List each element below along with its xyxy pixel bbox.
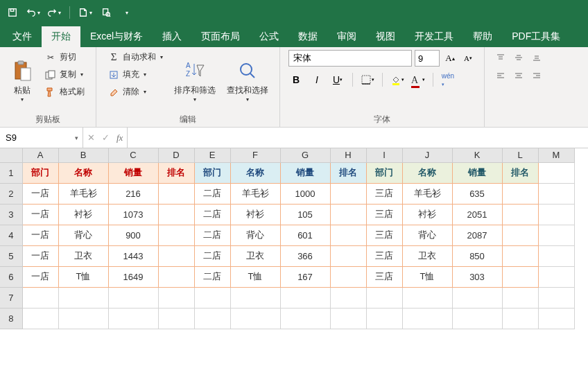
row-header[interactable]: 7 <box>0 287 22 308</box>
cell[interactable]: 1000 <box>280 183 330 204</box>
cell[interactable] <box>22 308 58 329</box>
cell[interactable]: 销量 <box>280 162 330 183</box>
cell[interactable] <box>194 287 230 308</box>
row-header[interactable]: 5 <box>0 245 22 266</box>
tab-data[interactable]: 数据 <box>288 26 327 47</box>
row-header[interactable]: 1 <box>0 162 22 183</box>
cell[interactable]: 850 <box>452 245 502 266</box>
cell[interactable]: T恤 <box>402 266 452 287</box>
cell[interactable] <box>366 287 402 308</box>
fx-icon[interactable]: fx <box>116 132 123 144</box>
align-right-icon[interactable] <box>529 68 544 83</box>
formula-input[interactable] <box>128 128 588 148</box>
border-button[interactable]: ▾ <box>360 72 375 87</box>
cell[interactable] <box>230 308 280 329</box>
tab-excel-finance[interactable]: Excel与财务 <box>80 26 153 47</box>
col-header[interactable]: K <box>452 148 502 162</box>
redo-icon[interactable]: ▾ <box>47 6 61 19</box>
copy-button[interactable]: 复制▾ <box>42 67 87 82</box>
cell[interactable] <box>452 287 502 308</box>
cell[interactable] <box>330 225 366 245</box>
cell[interactable] <box>158 287 194 308</box>
col-header[interactable]: I <box>366 148 402 162</box>
cancel-icon[interactable]: ✕ <box>87 132 95 143</box>
autosum-button[interactable]: Σ自动求和▾ <box>105 50 166 64</box>
tab-page-layout[interactable]: 页面布局 <box>191 26 250 47</box>
tab-view[interactable]: 视图 <box>366 26 405 47</box>
find-select-button[interactable]: 查找和选择▾ <box>224 50 271 111</box>
col-header[interactable]: E <box>194 148 230 162</box>
col-header[interactable]: B <box>58 148 108 162</box>
cell[interactable]: 三店 <box>366 183 402 204</box>
cell[interactable] <box>502 204 538 225</box>
cell[interactable] <box>194 308 230 329</box>
cell[interactable]: 2087 <box>452 225 502 245</box>
cell[interactable] <box>452 308 502 329</box>
cell[interactable]: 一店 <box>22 225 58 245</box>
cell[interactable]: 排名 <box>502 162 538 183</box>
cell[interactable]: 二店 <box>194 266 230 287</box>
undo-icon[interactable]: ▾ <box>26 6 40 19</box>
col-header[interactable]: H <box>330 148 366 162</box>
cell[interactable]: 衬衫 <box>58 204 108 225</box>
cell[interactable] <box>538 266 574 287</box>
font-color-button[interactable]: A▾ <box>410 72 426 87</box>
tab-file[interactable]: 文件 <box>3 26 42 47</box>
cell[interactable]: 303 <box>452 266 502 287</box>
row-header[interactable]: 3 <box>0 204 22 225</box>
cell[interactable] <box>402 308 452 329</box>
cell[interactable]: 名称 <box>58 162 108 183</box>
cell[interactable] <box>58 308 108 329</box>
cell[interactable]: 衬衫 <box>230 204 280 225</box>
row-header[interactable]: 4 <box>0 225 22 245</box>
cell[interactable]: 羊毛衫 <box>230 183 280 204</box>
cell[interactable]: 一店 <box>22 183 58 204</box>
tab-review[interactable]: 审阅 <box>327 26 366 47</box>
cell[interactable] <box>330 287 366 308</box>
cell[interactable]: 一店 <box>22 266 58 287</box>
cell[interactable]: 105 <box>280 204 330 225</box>
cell[interactable]: 背心 <box>230 225 280 245</box>
cell[interactable] <box>502 225 538 245</box>
align-bottom-icon[interactable] <box>529 50 544 65</box>
cell[interactable] <box>158 183 194 204</box>
cell[interactable] <box>108 308 158 329</box>
cell[interactable] <box>22 287 58 308</box>
cell[interactable]: 二店 <box>194 225 230 245</box>
tab-developer[interactable]: 开发工具 <box>405 26 463 47</box>
cell[interactable]: 366 <box>280 245 330 266</box>
select-all-corner[interactable] <box>0 148 22 162</box>
bold-button[interactable]: B <box>288 72 304 87</box>
cell[interactable]: 三店 <box>366 225 402 245</box>
format-painter-button[interactable]: 格式刷 <box>42 85 87 99</box>
cell[interactable]: 1649 <box>108 266 158 287</box>
cell[interactable]: 名称 <box>402 162 452 183</box>
row-header[interactable]: 2 <box>0 183 22 204</box>
decrease-font-icon[interactable]: A▾ <box>460 51 476 66</box>
cell[interactable]: 216 <box>108 183 158 204</box>
cut-button[interactable]: ✂剪切 <box>42 50 87 64</box>
cell[interactable] <box>366 308 402 329</box>
cell[interactable] <box>330 245 366 266</box>
cell[interactable] <box>538 204 574 225</box>
qat-customize-icon[interactable]: ▾ <box>126 10 128 16</box>
cell[interactable]: 167 <box>280 266 330 287</box>
col-header[interactable]: G <box>280 148 330 162</box>
col-header[interactable]: F <box>230 148 280 162</box>
clear-button[interactable]: 清除▾ <box>105 85 166 99</box>
cell[interactable] <box>58 287 108 308</box>
cell[interactable]: 1073 <box>108 204 158 225</box>
cell[interactable]: 羊毛衫 <box>58 183 108 204</box>
cell[interactable] <box>330 204 366 225</box>
align-middle-icon[interactable] <box>511 50 526 65</box>
cell[interactable]: 部门 <box>194 162 230 183</box>
cell[interactable] <box>538 162 574 183</box>
phonetic-button[interactable]: wén▾ <box>440 72 456 87</box>
cell[interactable] <box>158 204 194 225</box>
cell[interactable]: 销量 <box>108 162 158 183</box>
tab-formulas[interactable]: 公式 <box>250 26 288 47</box>
save-icon[interactable] <box>6 6 19 19</box>
tab-help[interactable]: 帮助 <box>463 26 502 47</box>
cell[interactable]: T恤 <box>58 266 108 287</box>
cell[interactable] <box>538 183 574 204</box>
